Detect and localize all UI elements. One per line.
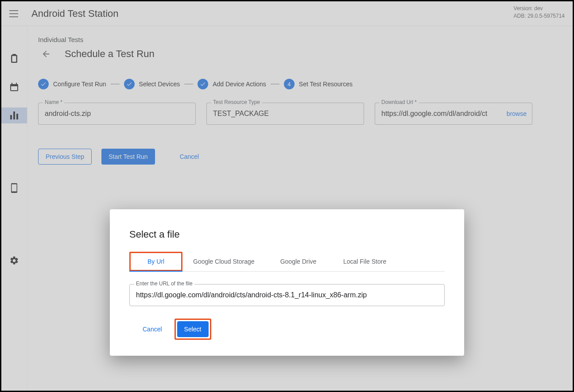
name-label: Name *	[43, 99, 64, 105]
dialog-tabs: By Url Google Cloud Storage Google Drive…	[129, 252, 445, 272]
gear-icon	[9, 256, 19, 265]
step-connector	[184, 84, 193, 85]
step-number: 4	[284, 79, 295, 89]
svg-rect-11	[12, 184, 17, 192]
step-label: Configure Test Run	[53, 81, 106, 88]
svg-rect-5	[12, 83, 12, 85]
url-label: Download Url *	[380, 99, 419, 105]
type-label: Test Resource Type	[211, 99, 262, 105]
svg-rect-1	[12, 54, 16, 56]
type-input[interactable]	[213, 110, 357, 118]
svg-rect-4	[11, 86, 17, 90]
page-header: Schedule a Test Run	[38, 46, 562, 62]
type-field[interactable]: Test Resource Type	[206, 103, 364, 125]
svg-rect-9	[16, 114, 18, 119]
version-line: Version: dev	[514, 5, 565, 12]
file-url-field[interactable]: Enter the URL of the file	[129, 284, 445, 306]
cancel-button[interactable]: Cancel	[173, 149, 206, 165]
step-label: Select Devices	[139, 81, 180, 88]
sidebar-item-clipboard[interactable]	[1, 51, 27, 67]
dialog-buttons: Cancel Select	[129, 319, 445, 340]
step-label: Add Device Actions	[213, 81, 266, 88]
sidebar-item-analytics[interactable]	[1, 108, 27, 123]
dialog-select-button[interactable]: Select	[177, 321, 209, 337]
check-icon	[38, 79, 49, 89]
download-url-field[interactable]: Download Url * browse	[375, 103, 532, 125]
bar-chart-icon	[10, 111, 19, 119]
select-file-dialog: Select a file By Url Google Cloud Storag…	[110, 209, 464, 356]
clipboard-icon	[10, 54, 19, 64]
dialog-title: Select a file	[129, 229, 445, 240]
sidebar	[1, 26, 27, 391]
svg-rect-7	[10, 115, 12, 119]
step-configure[interactable]: Configure Test Run	[38, 79, 106, 89]
tab-gdrive[interactable]: Google Drive	[265, 252, 332, 271]
name-field[interactable]: Name *	[38, 103, 196, 125]
sidebar-item-calendar[interactable]	[1, 79, 27, 95]
check-icon	[198, 79, 208, 89]
back-button[interactable]	[38, 46, 54, 62]
step-resources[interactable]: 4 Set Test Resources	[284, 79, 353, 89]
svg-rect-2	[12, 56, 16, 62]
version-info: Version: dev ADB: 29.0.5-5975714	[514, 5, 565, 20]
tab-gcs[interactable]: Google Cloud Storage	[182, 252, 265, 271]
select-button-highlight: Select	[175, 319, 211, 340]
url-input[interactable]	[381, 110, 500, 118]
action-buttons: Previous Step Start Test Run Cancel	[38, 149, 562, 165]
dialog-cancel-button[interactable]: Cancel	[136, 321, 169, 337]
file-url-label: Enter the URL of the file	[134, 281, 194, 287]
sidebar-item-device[interactable]	[1, 180, 27, 196]
phone-icon	[11, 183, 17, 193]
fields-row: Name * Test Resource Type Download Url *…	[38, 103, 562, 125]
svg-rect-8	[13, 111, 15, 119]
step-connector	[271, 84, 279, 85]
browse-link[interactable]: browse	[507, 110, 527, 117]
sidebar-item-settings[interactable]	[1, 253, 27, 269]
file-url-input[interactable]	[136, 291, 438, 299]
step-connector	[111, 84, 120, 85]
breadcrumb: Individual Tests	[38, 36, 562, 43]
stepper: Configure Test Run Select Devices Add De…	[38, 79, 562, 89]
check-icon	[124, 79, 135, 89]
arrow-left-icon	[41, 49, 51, 59]
previous-step-button[interactable]: Previous Step	[38, 149, 92, 165]
step-devices[interactable]: Select Devices	[124, 79, 180, 89]
adb-version-line: ADB: 29.0.5-5975714	[514, 12, 565, 20]
calendar-icon	[10, 83, 19, 92]
app-topbar: Android Test Station Version: dev ADB: 2…	[1, 1, 573, 26]
tab-local[interactable]: Local File Store	[332, 252, 398, 271]
app-title: Android Test Station	[31, 8, 119, 19]
step-actions[interactable]: Add Device Actions	[198, 79, 266, 89]
hamburger-menu-icon[interactable]	[8, 8, 19, 19]
start-test-run-button[interactable]: Start Test Run	[101, 149, 155, 165]
svg-rect-6	[16, 83, 17, 85]
tab-by-url[interactable]: By Url	[129, 252, 182, 271]
step-label: Set Test Resources	[299, 81, 353, 88]
page-title: Schedule a Test Run	[65, 48, 155, 60]
name-input[interactable]	[45, 110, 189, 118]
